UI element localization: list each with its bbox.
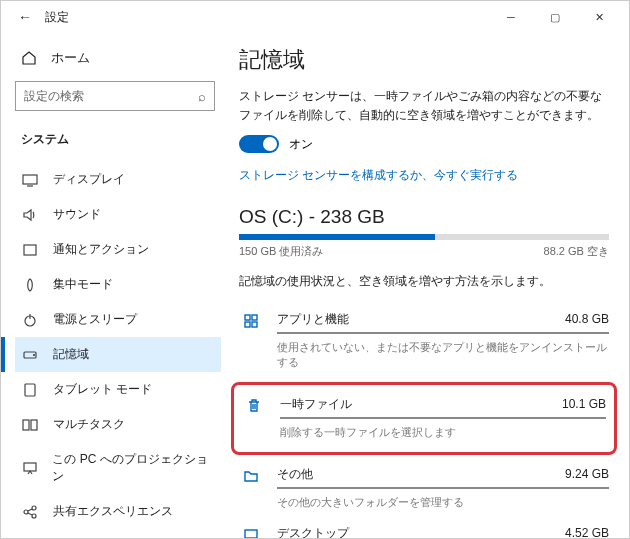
svg-point-11 [32,514,36,518]
storage-sense-description: ストレージ センサーは、一時ファイルやごみ箱の内容などの不要なファイルを削除して… [239,87,609,125]
tablet-icon [21,382,39,398]
svg-rect-17 [252,322,257,327]
toggle-label: オン [289,136,313,153]
display-icon [21,172,39,188]
sidebar-item-storage[interactable]: 記憶域 [15,337,221,372]
sidebar-item-sound[interactable]: サウンド [15,197,221,232]
svg-rect-16 [245,322,250,327]
home-link[interactable]: ホーム [15,41,221,75]
sound-icon [21,207,39,223]
window-title: 設定 [45,9,69,26]
close-button[interactable]: ✕ [577,1,621,33]
svg-point-9 [24,510,28,514]
sidebar-item-notifications[interactable]: 通知とアクション [15,232,221,267]
storage-sense-toggle[interactable] [239,135,279,153]
svg-rect-18 [245,530,257,538]
trash-icon [242,396,266,440]
maximize-button[interactable]: ▢ [533,1,577,33]
sidebar-item-tablet[interactable]: タブレット モード [15,372,221,407]
svg-rect-0 [23,175,37,184]
home-label: ホーム [51,49,90,67]
storage-item-temp[interactable]: 一時ファイル10.1 GB 削除する一時ファイルを選択します [242,389,606,448]
svg-rect-6 [23,420,29,430]
sidebar-item-clipboard[interactable]: クリップボード [15,529,221,538]
svg-point-10 [32,506,36,510]
search-placeholder: 設定の検索 [24,88,84,105]
back-button[interactable]: ← [9,9,41,25]
usage-description: 記憶域の使用状況と、空き領域を増やす方法を示します。 [239,273,609,290]
search-input[interactable]: 設定の検索 ⌕ [15,81,215,111]
svg-rect-14 [245,315,250,320]
sidebar-item-power[interactable]: 電源とスリープ [15,302,221,337]
share-icon [21,504,39,520]
drive-title: OS (C:) - 238 GB [239,206,609,228]
storage-item-desktop[interactable]: デスクトップ4.52 GB デスクトップ フォルダーを管理する [239,518,609,538]
sidebar-item-focus[interactable]: 集中モード [15,267,221,302]
configure-link[interactable]: ストレージ センサーを構成するか、今すぐ実行する [239,167,518,184]
sidebar-item-multitask[interactable]: マルチタスク [15,407,221,442]
svg-rect-15 [252,315,257,320]
notification-icon [21,242,39,258]
folder-icon [239,466,263,510]
sidebar-item-shared[interactable]: 共有エクスペリエンス [15,494,221,529]
power-icon [21,312,39,328]
storage-item-apps[interactable]: アプリと機能40.8 GB 使用されていない、または不要なアプリと機能をアンイン… [239,304,609,378]
multitask-icon [21,417,39,433]
storage-icon [21,347,39,363]
main-panel: 記憶域 ストレージ センサーは、一時ファイルやごみ箱の内容などの不要なファイルを… [221,33,629,538]
category-label: システム [15,121,221,162]
usage-bar [239,234,609,240]
svg-rect-7 [31,420,37,430]
home-icon [21,50,37,66]
apps-icon [239,311,263,370]
svg-rect-5 [25,384,35,396]
sidebar-item-projection[interactable]: この PC へのプロジェクション [15,442,221,494]
minimize-button[interactable]: ─ [489,1,533,33]
desktop-icon [239,525,263,538]
svg-rect-8 [24,463,36,471]
focus-icon [21,277,39,293]
search-icon: ⌕ [198,89,206,104]
sidebar: ホーム 設定の検索 ⌕ システム ディスプレイ サウンド 通知とアクション 集中… [1,33,221,538]
projection-icon [21,460,38,476]
titlebar: ← 設定 ─ ▢ ✕ [1,1,629,33]
svg-rect-1 [24,245,36,255]
sidebar-item-display[interactable]: ディスプレイ [15,162,221,197]
free-label: 88.2 GB 空き [544,244,609,259]
storage-item-other[interactable]: その他9.24 GB その他の大きいフォルダーを管理する [239,459,609,518]
used-label: 150 GB 使用済み [239,244,323,259]
svg-point-4 [34,354,35,355]
page-title: 記憶域 [239,45,609,75]
highlighted-temp-files: 一時ファイル10.1 GB 削除する一時ファイルを選択します [231,382,617,455]
